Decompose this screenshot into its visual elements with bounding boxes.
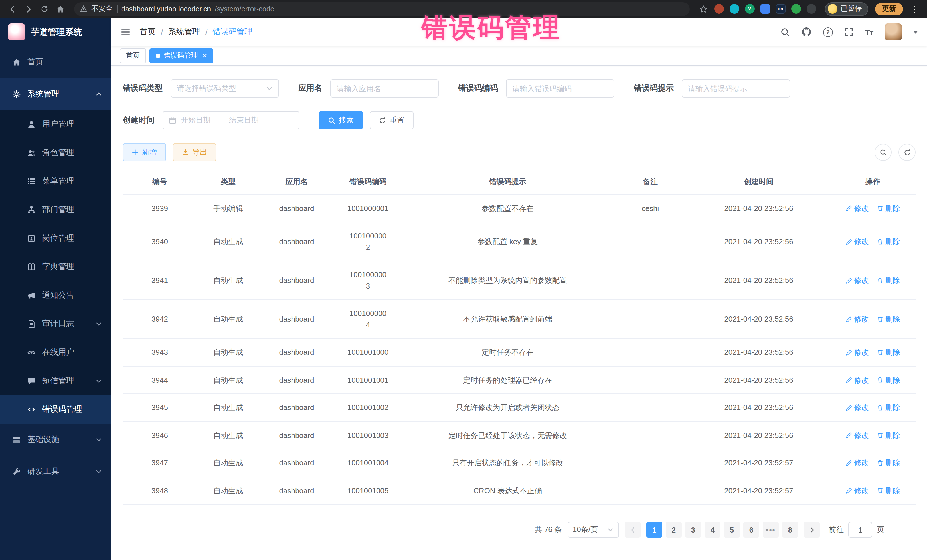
font-size-icon[interactable]: TT bbox=[865, 28, 873, 36]
reload-icon[interactable] bbox=[38, 2, 51, 16]
app-name-input[interactable] bbox=[337, 84, 432, 93]
github-icon[interactable] bbox=[801, 27, 812, 37]
sidebar-item-notice[interactable]: 通知公告 bbox=[0, 281, 111, 310]
extension-icon-5[interactable]: on bbox=[775, 4, 785, 14]
sidebar-item-audit[interactable]: 审计日志 bbox=[0, 310, 111, 338]
cell-time: 2021-04-20 23:52:56 bbox=[687, 394, 830, 421]
browser-toolbar: 不安全 dashboard.yudao.iocoder.cn/system/er… bbox=[0, 0, 927, 18]
prev-page-button[interactable] bbox=[625, 522, 641, 538]
delete-link[interactable]: 删除 bbox=[877, 314, 900, 325]
export-button[interactable]: 导出 bbox=[173, 143, 216, 161]
delete-link[interactable]: 删除 bbox=[877, 485, 900, 496]
delete-link[interactable]: 删除 bbox=[877, 275, 900, 286]
search-button[interactable]: 搜索 bbox=[319, 111, 363, 129]
error-hint-input[interactable] bbox=[688, 84, 784, 93]
delete-link[interactable]: 删除 bbox=[877, 347, 900, 358]
edit-link[interactable]: 修改 bbox=[845, 203, 869, 214]
edit-link[interactable]: 修改 bbox=[845, 374, 869, 385]
cell-id: 3939 bbox=[123, 195, 197, 222]
sidebar-item-sms[interactable]: 短信管理 bbox=[0, 367, 111, 395]
pager-page[interactable]: 4 bbox=[705, 522, 720, 538]
pager-page[interactable]: 3 bbox=[685, 522, 701, 538]
error-type-select[interactable]: 请选择错误码类型 bbox=[170, 79, 279, 97]
sidebar-item-online[interactable]: 在线用户 bbox=[0, 338, 111, 367]
cell-time: 2021-04-20 23:52:56 bbox=[687, 300, 830, 338]
pager-page[interactable]: 2 bbox=[666, 522, 682, 538]
forward-icon[interactable] bbox=[22, 2, 35, 16]
cell-id: 3945 bbox=[123, 394, 197, 421]
sidebar-item-user[interactable]: 用户管理 bbox=[0, 110, 111, 138]
refresh-icon[interactable] bbox=[898, 144, 916, 161]
caret-down-icon[interactable] bbox=[913, 30, 918, 33]
sidebar-collapse-icon[interactable] bbox=[120, 27, 131, 37]
extension-icon-4[interactable] bbox=[760, 4, 770, 14]
add-button[interactable]: 新增 bbox=[123, 143, 166, 161]
search-icon[interactable] bbox=[780, 27, 790, 37]
kebab-menu-icon[interactable]: ⋮ bbox=[907, 2, 921, 16]
tab-home[interactable]: 首页 bbox=[120, 48, 146, 63]
delete-link[interactable]: 删除 bbox=[877, 236, 900, 247]
user-avatar[interactable] bbox=[885, 23, 902, 41]
back-icon[interactable] bbox=[6, 2, 20, 16]
pager-more[interactable]: ••• bbox=[763, 522, 779, 538]
sidebar-item-home[interactable]: 首页 bbox=[0, 46, 111, 78]
date-range-picker[interactable]: 开始日期 - 结束日期 bbox=[163, 111, 299, 129]
sidebar-item-menu[interactable]: 菜单管理 bbox=[0, 167, 111, 196]
edit-link[interactable]: 修改 bbox=[845, 347, 869, 358]
sidebar-item-dept[interactable]: 部门管理 bbox=[0, 196, 111, 224]
infra-icon bbox=[12, 436, 21, 444]
sidebar-item-infra[interactable]: 基础设施 bbox=[0, 424, 111, 456]
fullscreen-icon[interactable] bbox=[844, 27, 853, 36]
extension-icon-3[interactable]: V bbox=[745, 4, 754, 14]
bookmark-star-icon[interactable] bbox=[696, 2, 710, 16]
edit-link[interactable]: 修改 bbox=[845, 430, 869, 441]
online-icon bbox=[27, 348, 35, 357]
page-size-select[interactable]: 10条/页 bbox=[568, 522, 619, 538]
breadcrumb-item[interactable]: 首页 bbox=[140, 27, 156, 37]
edit-link[interactable]: 修改 bbox=[845, 314, 869, 325]
sidebar: 芋道管理系统 首页系统管理用户管理角色管理菜单管理部门管理岗位管理字典管理通知公… bbox=[0, 18, 111, 560]
cell-app: dashboard bbox=[260, 366, 334, 393]
sidebar-item-tools[interactable]: 研发工具 bbox=[0, 456, 111, 487]
tab-error-code[interactable]: 错误码管理 × bbox=[149, 48, 213, 63]
delete-link[interactable]: 删除 bbox=[877, 374, 900, 385]
tab-label: 错误码管理 bbox=[164, 51, 198, 61]
extension-icon-2[interactable] bbox=[729, 4, 739, 14]
delete-link[interactable]: 删除 bbox=[877, 203, 900, 214]
edit-link[interactable]: 修改 bbox=[845, 236, 869, 247]
sidebar-item-role[interactable]: 角色管理 bbox=[0, 138, 111, 167]
sidebar-item-system[interactable]: 系统管理 bbox=[0, 78, 111, 110]
extension-icon-1[interactable] bbox=[714, 4, 723, 14]
error-code-input[interactable] bbox=[512, 84, 608, 93]
edit-link[interactable]: 修改 bbox=[845, 275, 869, 286]
reset-button[interactable]: 重置 bbox=[370, 111, 413, 129]
breadcrumb-item[interactable]: 系统管理 bbox=[168, 27, 200, 37]
toggle-search-icon[interactable] bbox=[874, 144, 892, 161]
next-page-button[interactable] bbox=[804, 522, 820, 538]
help-icon[interactable]: ? bbox=[823, 27, 833, 37]
goto-page-input[interactable] bbox=[848, 522, 872, 538]
delete-link[interactable]: 删除 bbox=[877, 430, 900, 441]
sidebar-item-errorcode[interactable]: 错误码管理 bbox=[0, 395, 111, 424]
address-bar[interactable]: 不安全 dashboard.yudao.iocoder.cn/system/er… bbox=[74, 2, 689, 16]
extension-icon-6[interactable] bbox=[791, 4, 801, 14]
menu-icon bbox=[27, 178, 35, 185]
browser-profile-chip[interactable]: 已暂停 bbox=[825, 2, 868, 16]
edit-link[interactable]: 修改 bbox=[845, 485, 869, 496]
pager-page[interactable]: 6 bbox=[743, 522, 759, 538]
pager-page[interactable]: 1 bbox=[646, 522, 662, 538]
sidebar-item-dict[interactable]: 字典管理 bbox=[0, 253, 111, 281]
pager-page[interactable]: 8 bbox=[782, 522, 798, 538]
close-icon[interactable]: × bbox=[202, 52, 207, 59]
delete-link[interactable]: 删除 bbox=[877, 457, 900, 469]
edit-link[interactable]: 修改 bbox=[845, 402, 869, 413]
sidebar-item-post[interactable]: 岗位管理 bbox=[0, 224, 111, 253]
edit-link[interactable]: 修改 bbox=[845, 457, 869, 469]
app-logo[interactable]: 芋道管理系统 bbox=[0, 18, 111, 46]
extension-icon-7[interactable] bbox=[806, 4, 816, 14]
errcode-icon bbox=[27, 405, 35, 413]
browser-home-icon[interactable] bbox=[54, 2, 67, 16]
delete-link[interactable]: 删除 bbox=[877, 402, 900, 413]
update-button[interactable]: 更新 bbox=[875, 3, 903, 15]
pager-page[interactable]: 5 bbox=[724, 522, 740, 538]
